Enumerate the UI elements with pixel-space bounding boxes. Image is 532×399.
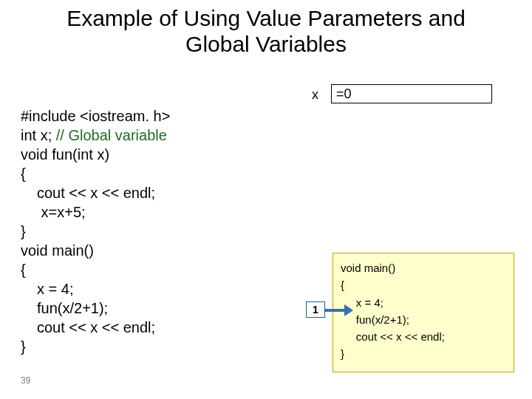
code-line: cout << x << endl;	[21, 319, 155, 335]
code-line: cout << x << endl;	[21, 185, 155, 201]
variable-label-x: x	[312, 87, 318, 103]
code-line: void fun(int x)	[21, 146, 109, 163]
callout-line: {	[341, 276, 506, 293]
main-function-callout: void main() { x = 4; fun(x/2+1); cout <<…	[332, 253, 514, 372]
callout-line: x = 4;	[341, 294, 506, 311]
page-number: 39	[21, 375, 30, 386]
code-line: int x; // Global variable	[21, 127, 167, 143]
code-line: x=x+5;	[21, 204, 86, 220]
code-comment: // Global variable	[56, 127, 167, 143]
code-line: fun(x/2+1);	[21, 300, 108, 316]
code-line: {	[21, 166, 26, 182]
slide-title: Example of Using Value Parameters and Gl…	[0, 6, 532, 57]
callout-line: fun(x/2+1);	[341, 311, 506, 328]
arrow-head-icon	[344, 304, 353, 316]
code-line: x = 4;	[21, 281, 73, 297]
variable-value-box: =0	[331, 84, 492, 103]
code-line: }	[21, 338, 26, 355]
step-number-box: 1	[306, 301, 325, 318]
callout-line: void main()	[341, 259, 506, 276]
code-listing: #include <iostream. h> int x; // Global …	[21, 87, 272, 356]
code-line: }	[21, 223, 26, 239]
callout-line: cout << x << endl;	[341, 328, 506, 345]
code-line: {	[21, 262, 26, 278]
arrow-icon	[325, 309, 346, 312]
code-line: void main()	[21, 242, 94, 259]
code-line: #include <iostream. h>	[21, 108, 170, 124]
callout-line: }	[341, 345, 506, 362]
